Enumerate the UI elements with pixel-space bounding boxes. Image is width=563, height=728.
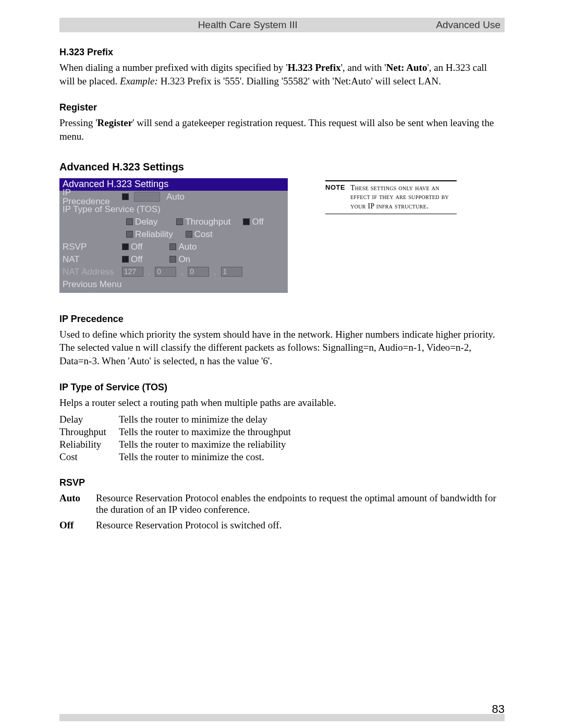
rsvp-term: Off [59,520,91,531]
label-ip-tos: IP Type of Service (TOS) [63,205,161,214]
opt-rsvp-auto: Auto [169,242,197,251]
ip-precedence-value-box [134,192,160,202]
checkbox-icon [186,231,192,238]
tos-term: Reliability [59,439,116,450]
heading-register: Register [59,102,505,113]
heading-rsvp: RSVP [59,477,505,488]
row-nat-address: NAT Address 127. 0. 0. 1 [59,266,288,278]
footer-strip [59,714,505,721]
checkbox-icon [126,218,133,225]
para-h323-prefix: When dialing a number prefixed with digi… [59,61,505,88]
label-rsvp: RSVP [63,242,119,251]
checkbox-icon [176,218,183,225]
opt-reliability: Reliability [126,230,173,239]
heading-ip-precedence: IP Precedence [59,314,505,325]
para-ip-precedence: Used to define which priority the system… [59,328,505,368]
opt-cost: Cost [186,230,213,239]
header-title: Health Care System III [59,19,436,31]
opt-nat-on: On [169,255,190,264]
label-auto: Auto [166,192,185,201]
row-nat: NAT Off On [59,253,288,266]
page-footer: 83 [59,710,505,726]
header-section: Advanced Use [436,19,505,31]
checkbox-icon [122,243,129,250]
tos-term: Throughput [59,426,116,438]
row-rsvp: RSVP Off Auto [59,241,288,253]
tos-desc: Tells the router to minimize the delay [119,414,505,425]
tos-term: Delay [59,414,116,425]
note-text: These settings only have an effect if th… [350,183,457,211]
checkbox-icon [126,231,133,238]
nat-octet-0: 127 [122,267,143,277]
heading-ip-tos: IP Type of Service (TOS) [59,382,505,393]
rsvp-desc: Resource Reservation Protocol enables th… [96,492,505,515]
settings-screenshot: Advanced H.323 Settings IP Precedence Au… [59,178,288,293]
opt-throughput: Throughput [176,217,230,226]
label-ip-precedence: IP Precedence [63,188,119,206]
checkbox-icon [122,256,129,263]
opt-delay: Delay [126,217,157,226]
checkbox-icon [169,256,176,263]
label-previous-menu: Previous Menu [63,280,121,289]
tos-desc: Tells the router to maximize the through… [119,426,505,438]
opt-rsvp-off: Off [122,242,142,251]
para-ip-tos-intro: Helps a router select a routing path whe… [59,396,505,410]
label-nat: NAT [63,255,119,264]
heading-advanced-h323: Advanced H.323 Settings [59,161,505,173]
tos-term: Cost [59,451,116,463]
page-number: 83 [492,702,505,716]
heading-h323-prefix: H.323 Prefix [59,47,505,58]
tos-desc: Tells the router to minimize the cost. [119,451,505,463]
checkbox-icon [122,193,129,200]
note-callout: NOTE These settings only have an effect … [325,180,457,215]
tos-desc: Tells the router to maximize the reliabi… [119,439,505,450]
opt-nat-off: Off [122,255,142,264]
checkbox-icon [169,243,176,250]
row-ip-precedence: IP Precedence Auto [59,191,288,203]
para-register: Pressing 'Register' will send a gatekeep… [59,116,505,143]
rsvp-term: Auto [59,492,91,515]
opt-off: Off [243,217,263,226]
note-label: NOTE [325,183,345,211]
row-previous-menu: Previous Menu [59,278,288,291]
checkbox-icon [243,218,250,225]
nat-octet-2: 0 [188,267,209,277]
label-nat-address: NAT Address [63,267,119,276]
nat-octet-3: 1 [221,267,242,277]
rsvp-definition-list: AutoResource Reservation Protocol enable… [59,492,505,531]
tos-definition-list: DelayTells the router to minimize the de… [59,414,505,463]
row-tos-opts-1: Delay Throughput Off [123,216,288,228]
rsvp-desc: Resource Reservation Protocol is switche… [96,520,505,531]
row-tos-opts-2: Reliability Cost [123,228,288,241]
page-header: Health Care System III Advanced Use [59,18,505,32]
nat-octet-1: 0 [155,267,176,277]
row-ip-tos: IP Type of Service (TOS) [59,203,288,216]
